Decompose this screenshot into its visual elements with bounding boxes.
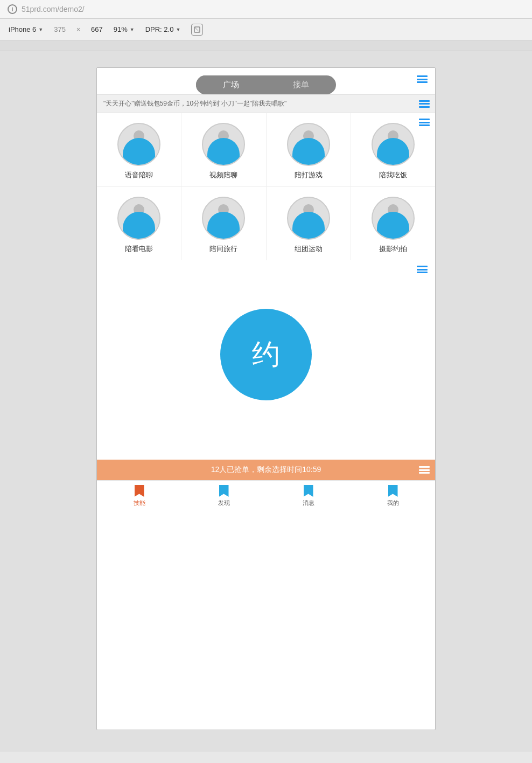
middle-menu-icon[interactable] — [417, 266, 428, 273]
device-name: iPhone 6 — [9, 25, 36, 33]
zoom-selector[interactable]: 91% ▼ — [114, 25, 135, 33]
notice-hamburger-icon — [419, 100, 430, 108]
dpr-dropdown-arrow: ▼ — [176, 27, 180, 32]
width-value: 375 — [54, 25, 66, 33]
status-hamburger-icon — [419, 466, 430, 474]
nav-label-skills: 技能 — [134, 499, 145, 507]
photo-icon — [372, 197, 415, 240]
travel-icon — [202, 197, 245, 240]
photo-label: 摄影约拍 — [379, 244, 407, 254]
grid-item-voice-chat[interactable]: 语音陪聊 — [97, 113, 181, 186]
url-path: /demo2/ — [57, 5, 85, 13]
sports-label: 组团运动 — [295, 244, 323, 254]
nav-label-mine: 我的 — [387, 499, 399, 507]
tab-bar-top: 广场 接单 — [97, 68, 435, 94]
nav-item-messages[interactable]: 消息 — [266, 485, 351, 507]
movie-icon — [117, 197, 160, 240]
url-domain: 51prd.com — [22, 5, 57, 13]
ruler — [0, 40, 532, 51]
grid-item-photo[interactable]: 摄影约拍 — [351, 187, 435, 260]
grid-item-game[interactable]: 陪打游戏 — [267, 113, 351, 186]
notice-menu-icon[interactable] — [419, 100, 430, 108]
movie-label: 陪看电影 — [125, 244, 153, 254]
dpr-selector[interactable]: DPR: 2.0 ▼ — [145, 25, 181, 33]
travel-label: 陪同旅行 — [209, 244, 237, 254]
skills-icon — [135, 485, 144, 497]
device-selector[interactable]: iPhone 6 ▼ — [9, 25, 43, 33]
browser-url: 51prd.com/demo2/ — [22, 5, 85, 13]
page-area: 广场 接单 "天天开心"赠送钱包59金币，10分钟约到"小刀"一起"陪我去唱歌" — [0, 51, 532, 752]
top-menu-icon[interactable] — [417, 75, 428, 83]
nav-item-mine[interactable]: 我的 — [351, 485, 435, 507]
grid-item-movie[interactable]: 陪看电影 — [97, 187, 181, 260]
grid-section: 语音陪聊 视频陪聊 陪打游戏 — [97, 113, 435, 260]
tab-jiedan[interactable]: 接单 — [266, 75, 336, 94]
grid-row-2: 陪看电影 陪同旅行 组团运动 — [97, 187, 435, 260]
tab-switcher: 广场 接单 — [196, 75, 336, 94]
video-chat-icon — [202, 123, 245, 166]
rotate-button[interactable] — [191, 24, 203, 36]
notice-banner: "天天开心"赠送钱包59金币，10分钟约到"小刀"一起"陪我去唱歌" — [97, 94, 435, 113]
dim-x: × — [76, 26, 80, 33]
phone-frame: 广场 接单 "天天开心"赠送钱包59金币，10分钟约到"小刀"一起"陪我去唱歌" — [96, 67, 436, 730]
browser-bar: i 51prd.com/demo2/ — [0, 0, 532, 19]
tab-guangchang[interactable]: 广场 — [196, 75, 266, 94]
mine-icon — [388, 485, 398, 497]
zoom-value: 91% — [114, 25, 128, 33]
discover-icon — [219, 485, 229, 497]
device-toolbar: iPhone 6 ▼ 375 × 667 91% ▼ DPR: 2.0 ▼ — [0, 19, 532, 40]
eat-label: 陪我吃饭 — [379, 170, 407, 180]
yue-text: 约 — [252, 336, 280, 373]
grid-item-travel[interactable]: 陪同旅行 — [181, 187, 266, 260]
status-menu-icon[interactable] — [419, 466, 430, 474]
nav-label-discover: 发现 — [218, 499, 230, 507]
status-text: 12人已抢单，剩余选择时间10:59 — [211, 465, 321, 474]
middle-hamburger-icon — [417, 266, 428, 273]
info-icon: i — [8, 4, 17, 14]
game-label: 陪打游戏 — [295, 170, 323, 180]
nav-item-skills[interactable]: 技能 — [97, 485, 181, 507]
grid-row-1: 语音陪聊 视频陪聊 陪打游戏 — [97, 113, 435, 187]
voice-chat-label: 语音陪聊 — [125, 170, 153, 180]
dpr-value: DPR: 2.0 — [145, 25, 174, 33]
device-dropdown-arrow: ▼ — [38, 27, 43, 32]
bottom-nav: 技能 发现 消息 我的 — [97, 480, 435, 510]
grid-item-sports[interactable]: 组团运动 — [267, 187, 351, 260]
eat-icon — [372, 123, 415, 166]
zoom-dropdown-arrow: ▼ — [130, 27, 135, 32]
voice-chat-icon — [117, 123, 160, 166]
height-value: 667 — [91, 25, 103, 33]
section-hamburger-icon — [419, 119, 430, 126]
yue-button[interactable]: 约 — [220, 309, 312, 400]
notice-text: "天天开心"赠送钱包59金币，10分钟约到"小刀"一起"陪我去唱歌" — [103, 100, 286, 107]
nav-label-messages: 消息 — [303, 499, 314, 507]
video-chat-label: 视频陪聊 — [209, 170, 237, 180]
sports-icon — [287, 197, 330, 240]
grid-item-video-chat[interactable]: 视频陪聊 — [181, 113, 266, 186]
section-menu-icon[interactable] — [419, 119, 430, 126]
nav-item-discover[interactable]: 发现 — [181, 485, 266, 507]
messages-icon — [304, 485, 313, 497]
game-icon — [287, 123, 330, 166]
hamburger-icon — [417, 75, 428, 83]
svg-line-1 — [194, 27, 200, 32]
status-bar: 12人已抢单，剩余选择时间10:59 — [97, 460, 435, 480]
